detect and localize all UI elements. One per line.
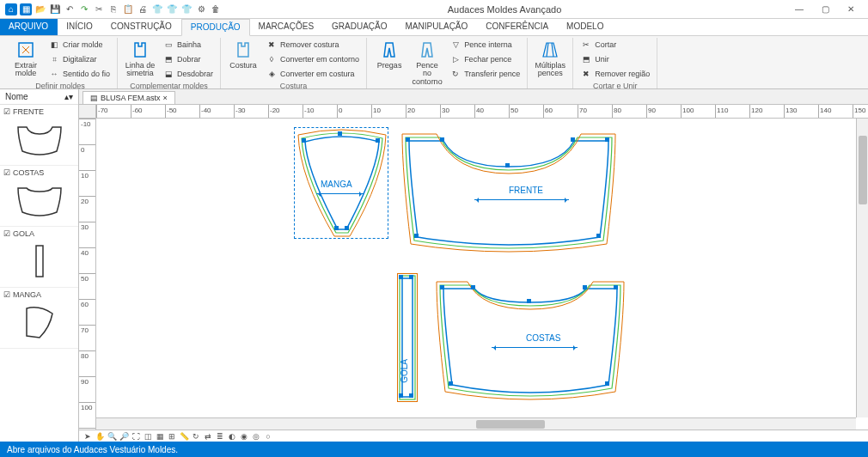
pregas-button[interactable]: Pregas	[372, 38, 406, 71]
snap-tool[interactable]: ⊞	[167, 431, 177, 442]
checkbox-icon[interactable]: ☑	[3, 107, 10, 116]
checkbox-icon[interactable]: ☑	[3, 229, 10, 238]
converter-contorno-button[interactable]: ◊Converter em contorno	[264, 52, 361, 66]
desdobrar-button[interactable]: ⬓Desdobrar	[161, 67, 215, 81]
fechar-icon: ▷	[449, 53, 462, 65]
converter-costura-button[interactable]: ◈Converter em costura	[264, 67, 361, 81]
multiplas-pences-button[interactable]: Múltiplas pences	[533, 38, 567, 80]
maximize-button[interactable]: ▢	[813, 3, 837, 16]
app-title: Audaces Moldes Avançado	[224, 4, 785, 15]
checkbox-icon[interactable]: ☑	[3, 168, 10, 177]
measure-tool[interactable]: 📏	[179, 431, 189, 442]
criar-molde-button[interactable]: ◧Criar molde	[46, 38, 112, 52]
rotate-tool[interactable]: ↻	[191, 431, 201, 442]
transferir-pence-button[interactable]: ↻Transferir pence	[448, 67, 522, 81]
costura-button[interactable]: Costura	[226, 38, 260, 71]
dobrar-button[interactable]: ⬒Dobrar	[161, 52, 215, 66]
pence-contorno-button[interactable]: Pence no contorno	[410, 38, 444, 88]
pants2-icon	[417, 40, 437, 60]
close-button[interactable]: ✕	[839, 3, 863, 16]
sort-icon[interactable]: ▴▾	[64, 92, 73, 101]
paste-icon[interactable]: 📋	[122, 3, 134, 15]
unir-icon: ⬒	[580, 53, 592, 65]
pence-int-icon: ▽	[449, 39, 462, 51]
delete-icon[interactable]: 🗑	[210, 3, 222, 15]
work-area: ▤ BLUSA FEM.astx × -70-60-50-40-30-20-10…	[79, 89, 868, 442]
tab-manipulacao[interactable]: MANIPULAÇÃO	[397, 19, 478, 35]
status-text: Abre arquivos do Audaces Vestuário Molde…	[7, 445, 178, 454]
canvas-wrap: -70-60-50-40-30-20-100102030405060708090…	[79, 105, 868, 442]
copy-icon[interactable]: ⎘	[107, 3, 119, 15]
hand-tool[interactable]: ✋	[95, 431, 105, 442]
save-icon[interactable]: 💾	[49, 3, 61, 15]
tab-marcacoes[interactable]: MARCAÇÕES	[250, 19, 323, 35]
shirt3-icon[interactable]: 👕	[180, 3, 193, 15]
color-tool[interactable]: ◐	[227, 431, 237, 442]
canvas-piece-costas[interactable]: COSTAS	[431, 273, 629, 402]
fechar-pence-button[interactable]: ▷Fechar pence	[448, 52, 522, 66]
open-icon[interactable]: 📂	[34, 3, 46, 15]
converter2-icon: ◈	[266, 68, 278, 80]
sentido-fio-button[interactable]: ↔Sentido do fio	[46, 67, 112, 81]
mirror-tool[interactable]: ⇄	[203, 431, 213, 442]
piece-item-manga[interactable]: ☑MANGA	[0, 288, 78, 349]
canvas-piece-manga[interactable]: MANGA	[294, 127, 388, 239]
vertical-scrollbar[interactable]	[856, 119, 868, 417]
piece-item-costas[interactable]: ☑COSTAS	[0, 166, 78, 227]
shirt1-icon[interactable]: 👕	[151, 3, 163, 15]
print-icon[interactable]: 🖨	[137, 3, 149, 15]
bainha-button[interactable]: ▭Bainha	[161, 38, 215, 52]
undo-icon[interactable]: ↶	[64, 3, 76, 15]
cut-icon[interactable]: ✂	[93, 3, 105, 15]
sidebar-header[interactable]: Nome ▴▾	[0, 89, 78, 105]
converter1-icon: ◊	[266, 53, 278, 65]
toggle1-tool[interactable]: ◉	[239, 431, 249, 442]
cortar-button[interactable]: ✂Cortar	[578, 38, 651, 52]
pence-interna-button[interactable]: ▽Pence interna	[448, 38, 522, 52]
zoom-out-tool[interactable]: 🔎	[119, 431, 129, 442]
close-tab-icon[interactable]: ×	[163, 94, 168, 102]
zoom-sel-tool[interactable]: ◫	[143, 431, 153, 442]
config-icon[interactable]: ⚙	[195, 3, 207, 15]
zoom-in-tool[interactable]: 🔍	[107, 431, 117, 442]
shirt2-icon[interactable]: 👕	[166, 3, 178, 15]
minimize-button[interactable]: —	[787, 3, 811, 16]
dobrar-icon: ⬒	[162, 53, 174, 65]
tab-graduacao[interactable]: GRADUAÇÃO	[323, 19, 396, 35]
toggle3-tool[interactable]: ○	[263, 431, 273, 442]
tab-conferencia[interactable]: CONFERÊNCIA	[477, 19, 558, 35]
redo-icon[interactable]: ↷	[78, 3, 90, 15]
bainha-icon: ▭	[162, 39, 174, 51]
document-tab[interactable]: ▤ BLUSA FEM.astx ×	[83, 91, 175, 104]
group-complementar: Linha de simetria ▭Bainha ⬒Dobrar ⬓Desdo…	[118, 38, 221, 88]
linha-simetria-button[interactable]: Linha de simetria	[123, 38, 157, 80]
toggle2-tool[interactable]: ◎	[251, 431, 261, 442]
horizontal-scrollbar[interactable]	[96, 417, 856, 430]
zoom-fit-tool[interactable]: ⛶	[131, 431, 141, 442]
tab-arquivo[interactable]: ARQUIVO	[0, 19, 58, 35]
tab-producao[interactable]: PRODUÇÃO	[181, 19, 250, 36]
extrair-molde-button[interactable]: Extrair molde	[9, 38, 43, 80]
digitalizar-button[interactable]: ⌗Digitalizar	[46, 52, 112, 66]
checkbox-icon[interactable]: ☑	[3, 290, 10, 299]
horizontal-ruler: -70-60-50-40-30-20-100102030405060708090…	[96, 105, 868, 119]
canvas-piece-gola[interactable]: GOLA	[397, 273, 418, 402]
cortar-icon: ✂	[580, 39, 592, 51]
remover-reg-icon: ✖	[580, 68, 592, 80]
unir-button[interactable]: ⬒Unir	[578, 52, 651, 66]
piece-item-frente[interactable]: ☑FRENTE	[0, 105, 78, 166]
desdobrar-icon: ⬓	[162, 68, 174, 80]
grid-tool[interactable]: ▦	[155, 431, 165, 442]
tab-construcao[interactable]: CONSTRUÇÃO	[102, 19, 181, 35]
remover-costura-button[interactable]: ✖Remover costura	[264, 38, 361, 52]
pointer-tool[interactable]: ➤	[83, 431, 93, 442]
piece-item-gola[interactable]: ☑GOLA	[0, 227, 78, 288]
layer-tool[interactable]: ≣	[215, 431, 225, 442]
canvas[interactable]: MANGA FRENTE	[96, 119, 856, 417]
tab-modelo[interactable]: MODELO	[558, 19, 613, 35]
tab-inicio[interactable]: INÍCIO	[58, 19, 102, 35]
new-icon[interactable]: ▦	[20, 3, 32, 15]
canvas-piece-frente[interactable]: FRENTE	[397, 125, 620, 254]
remover-regiao-button[interactable]: ✖Remover região	[578, 67, 651, 81]
home-icon[interactable]: ⌂	[5, 3, 17, 15]
